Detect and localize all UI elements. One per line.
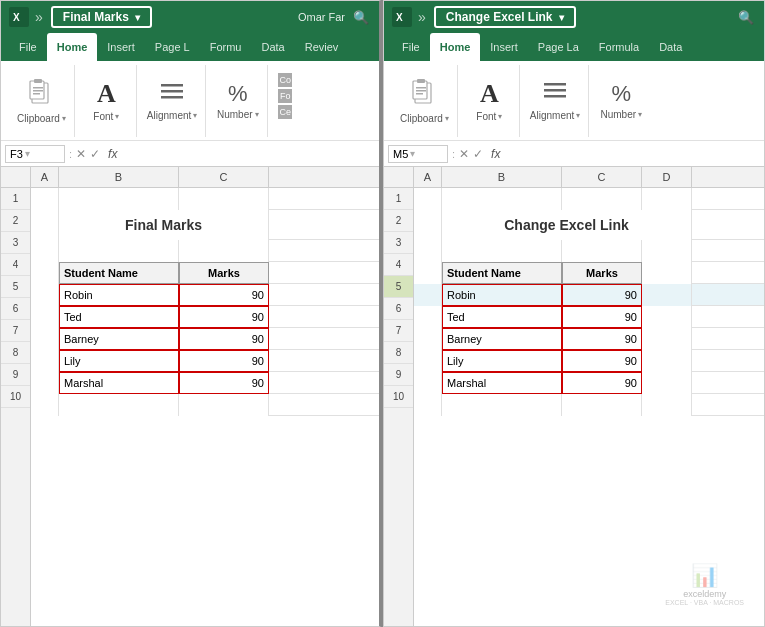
left-cell-b6[interactable]: Ted: [59, 306, 179, 328]
right-cell-b1[interactable]: [442, 188, 562, 210]
left-workbook-name[interactable]: Final Marks ▾: [51, 6, 152, 28]
left-cell-b3[interactable]: [59, 240, 179, 262]
right-cell-d4[interactable]: [642, 262, 692, 284]
right-cell-c6[interactable]: 90: [562, 306, 642, 328]
right-cell-b8[interactable]: Lily: [442, 350, 562, 372]
right-col-b[interactable]: B: [442, 167, 562, 187]
right-search-icon[interactable]: 🔍: [736, 7, 756, 27]
right-cell-a8[interactable]: [414, 350, 442, 372]
left-cell-c1[interactable]: [179, 188, 269, 210]
right-cell-a4[interactable]: [414, 262, 442, 284]
left-tab-file[interactable]: File: [9, 33, 47, 61]
left-cell-b9[interactable]: Marshal: [59, 372, 179, 394]
right-tab-home[interactable]: Home: [430, 33, 481, 61]
left-cell-a4[interactable]: [31, 262, 59, 284]
right-cell-d5[interactable]: [642, 284, 692, 306]
left-col-a[interactable]: A: [31, 167, 59, 187]
right-cell-a7[interactable]: [414, 328, 442, 350]
right-tab-formulas[interactable]: Formula: [589, 33, 649, 61]
left-cell-a8[interactable]: [31, 350, 59, 372]
left-cell-c8[interactable]: 90: [179, 350, 269, 372]
right-tab-file[interactable]: File: [392, 33, 430, 61]
left-col-b[interactable]: B: [59, 167, 179, 187]
right-cell-d8[interactable]: [642, 350, 692, 372]
left-cell-b8[interactable]: Lily: [59, 350, 179, 372]
left-cell-c5[interactable]: 90: [179, 284, 269, 306]
right-tab-data[interactable]: Data: [649, 33, 692, 61]
right-cell-c8[interactable]: 90: [562, 350, 642, 372]
left-cell-a2[interactable]: [31, 210, 59, 240]
right-cell-c7[interactable]: 90: [562, 328, 642, 350]
right-cell-c10[interactable]: [562, 394, 642, 416]
right-cell-b7[interactable]: Barney: [442, 328, 562, 350]
left-cell-b4-header[interactable]: Student Name: [59, 262, 179, 284]
right-col-c[interactable]: C: [562, 167, 642, 187]
right-cell-b5[interactable]: Robin: [442, 284, 562, 306]
right-cell-d7[interactable]: [642, 328, 692, 350]
right-check-icon[interactable]: ✓: [473, 147, 483, 161]
right-cell-ref[interactable]: M5 ▾: [388, 145, 448, 163]
right-col-d[interactable]: D: [642, 167, 692, 187]
right-cell-a2[interactable]: [414, 210, 442, 240]
left-tab-home[interactable]: Home: [47, 33, 98, 61]
left-cell-b5[interactable]: Robin: [59, 284, 179, 306]
right-cell-c3[interactable]: [562, 240, 642, 262]
left-tab-review[interactable]: Reviev: [295, 33, 349, 61]
right-cell-c9[interactable]: 90: [562, 372, 642, 394]
right-cell-d3[interactable]: [642, 240, 692, 262]
left-cell-c6[interactable]: 90: [179, 306, 269, 328]
left-cell-a5[interactable]: [31, 284, 59, 306]
left-cell-ref[interactable]: F3 ▾: [5, 145, 65, 163]
left-times-icon[interactable]: ✕: [76, 147, 86, 161]
right-cell-b9[interactable]: Marshal: [442, 372, 562, 394]
left-cell-b1[interactable]: [59, 188, 179, 210]
left-cell-c7[interactable]: 90: [179, 328, 269, 350]
left-tab-pagelayout[interactable]: Page L: [145, 33, 200, 61]
right-cell-a5[interactable]: [414, 284, 442, 306]
left-col-c[interactable]: C: [179, 167, 269, 187]
right-cell-a6[interactable]: [414, 306, 442, 328]
right-col-a[interactable]: A: [414, 167, 442, 187]
left-cell-b2[interactable]: Final Marks: [59, 210, 269, 240]
right-cell-b2[interactable]: Change Excel Link: [442, 210, 692, 240]
left-cell-a3[interactable]: [31, 240, 59, 262]
right-cell-c4-header[interactable]: Marks: [562, 262, 642, 284]
right-cell-b6[interactable]: Ted: [442, 306, 562, 328]
right-times-icon[interactable]: ✕: [459, 147, 469, 161]
left-cell-c4-header[interactable]: Marks: [179, 262, 269, 284]
right-cell-b3[interactable]: [442, 240, 562, 262]
left-cell-a1[interactable]: [31, 188, 59, 210]
right-cell-a3[interactable]: [414, 240, 442, 262]
left-cell-b10[interactable]: [59, 394, 179, 416]
left-search-icon[interactable]: 🔍: [351, 7, 371, 27]
right-tab-insert[interactable]: Insert: [480, 33, 528, 61]
right-cell-c1[interactable]: [562, 188, 642, 210]
right-cell-d1[interactable]: [642, 188, 692, 210]
right-more-button[interactable]: »: [418, 9, 426, 25]
left-cell-a6[interactable]: [31, 306, 59, 328]
right-cell-c5[interactable]: 90: [562, 284, 642, 306]
right-tab-pagelayout[interactable]: Page La: [528, 33, 589, 61]
left-tab-data[interactable]: Data: [251, 33, 294, 61]
right-cell-b4-header[interactable]: Student Name: [442, 262, 562, 284]
right-workbook-name[interactable]: Change Excel Link ▾: [434, 6, 576, 28]
right-cell-d6[interactable]: [642, 306, 692, 328]
left-cell-c10[interactable]: [179, 394, 269, 416]
left-cell-b7[interactable]: Barney: [59, 328, 179, 350]
right-cell-a1[interactable]: [414, 188, 442, 210]
right-cell-d10[interactable]: [642, 394, 692, 416]
left-cell-c3[interactable]: [179, 240, 269, 262]
left-cell-c9[interactable]: 90: [179, 372, 269, 394]
right-cell-a10[interactable]: [414, 394, 442, 416]
left-cell-a9[interactable]: [31, 372, 59, 394]
right-grid-row-3: [414, 240, 764, 262]
right-cell-d9[interactable]: [642, 372, 692, 394]
left-cell-a10[interactable]: [31, 394, 59, 416]
left-more-button[interactable]: »: [35, 9, 43, 25]
left-tab-formulas[interactable]: Formu: [200, 33, 252, 61]
left-tab-insert[interactable]: Insert: [97, 33, 145, 61]
left-check-icon[interactable]: ✓: [90, 147, 100, 161]
right-cell-b10[interactable]: [442, 394, 562, 416]
left-cell-a7[interactable]: [31, 328, 59, 350]
right-cell-a9[interactable]: [414, 372, 442, 394]
